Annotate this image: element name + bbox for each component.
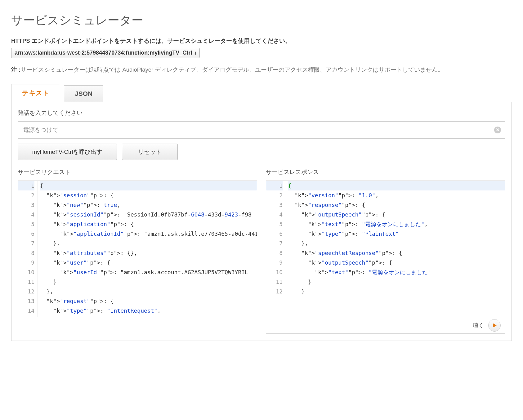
code-line: "k">"text""p">: "電源をオンにしました",	[288, 219, 505, 229]
code-line: "k">"application""p">: {	[40, 219, 257, 229]
code-line: }	[40, 277, 257, 287]
code-line: "k">"type""p">: "IntentRequest",	[40, 306, 257, 315]
simulator-panel: 発話を入力してください ✕ myHomeTV-Ctrlを呼び出す リセット サー…	[11, 102, 512, 341]
invoke-button[interactable]: myHomeTV-Ctrlを呼び出す	[18, 144, 117, 160]
play-icon	[492, 323, 497, 328]
tab-text[interactable]: テキスト	[11, 84, 60, 102]
code-line: },	[288, 239, 505, 248]
utterance-label: 発話を入力してください	[18, 109, 505, 117]
code-line: "k">"type""p">: "PlainText"	[288, 229, 505, 239]
code-line: {	[288, 181, 505, 190]
page-title: サービスシミュレーター	[11, 12, 512, 28]
utterance-input[interactable]	[18, 121, 505, 139]
request-code-box[interactable]: 1234567891011121314 { "k">"session""p">:…	[18, 181, 257, 317]
code-line: },	[40, 287, 257, 296]
code-line: }	[288, 277, 505, 287]
code-line: {	[40, 181, 257, 190]
code-line: "k">"user""p">: {	[40, 258, 257, 267]
chevron-updown-icon: ▲▼	[194, 51, 197, 55]
code-line: "k">"text""p">: "電源をオンにしました"	[288, 267, 505, 277]
response-code-box[interactable]: 123456789101112 { "k">"version""p">: "1.…	[266, 181, 505, 317]
code-line: "k">"applicationId""p">: "amzn1.ask.skil…	[40, 229, 257, 239]
code-line: "k">"speechletResponse""p">: {	[288, 248, 505, 258]
endpoint-label: HTTPS エンドポイントエンドポイントをテストするには、サービスシュミレーター…	[11, 37, 512, 45]
note-label: 注 :	[11, 66, 20, 73]
code-line: "k">"attributes""p">: {},	[40, 248, 257, 258]
response-title: サービスレスポンス	[266, 168, 505, 176]
code-line: "k">"outputSpeech""p">: {	[288, 258, 505, 267]
code-line: },	[40, 239, 257, 248]
reset-button[interactable]: リセット	[122, 144, 178, 160]
note-text: 注 :サービスシミュレーターは現時点では AudioPlayer ディレクティブ…	[11, 65, 512, 74]
svg-marker-0	[493, 323, 497, 328]
endpoint-select[interactable]: arn:aws:lambda:us-west-2:579844370734:fu…	[11, 48, 200, 58]
code-line: "k">"response""p">: {	[288, 200, 505, 210]
play-button[interactable]	[488, 319, 501, 332]
request-title: サービスリクエスト	[18, 168, 257, 176]
code-line: "k">"request""p">: {	[40, 296, 257, 306]
code-line: "k">"outputSpeech""p">: {	[288, 210, 505, 219]
code-line: "k">"session""p">: {	[40, 190, 257, 200]
tab-bar: テキスト JSON	[11, 84, 512, 102]
code-line: "k">"userId""p">: "amzn1.ask.account.AG2…	[40, 267, 257, 277]
listen-label: 聴く	[473, 322, 484, 329]
code-line: "k">"version""p">: "1.0",	[288, 190, 505, 200]
code-line: "k">"new""p">: true,	[40, 200, 257, 210]
code-line: }	[288, 287, 505, 296]
clear-icon[interactable]: ✕	[494, 127, 501, 133]
code-line: "k">"sessionId""p">: "SessionId.0fb787bf…	[40, 210, 257, 219]
note-body: サービスシミュレーターは現時点では AudioPlayer ディレクティブ、ダイ…	[20, 66, 444, 73]
tab-json[interactable]: JSON	[64, 85, 103, 102]
listen-bar: 聴く	[266, 317, 505, 334]
endpoint-selected-value: arn:aws:lambda:us-west-2:579844370734:fu…	[15, 50, 192, 56]
